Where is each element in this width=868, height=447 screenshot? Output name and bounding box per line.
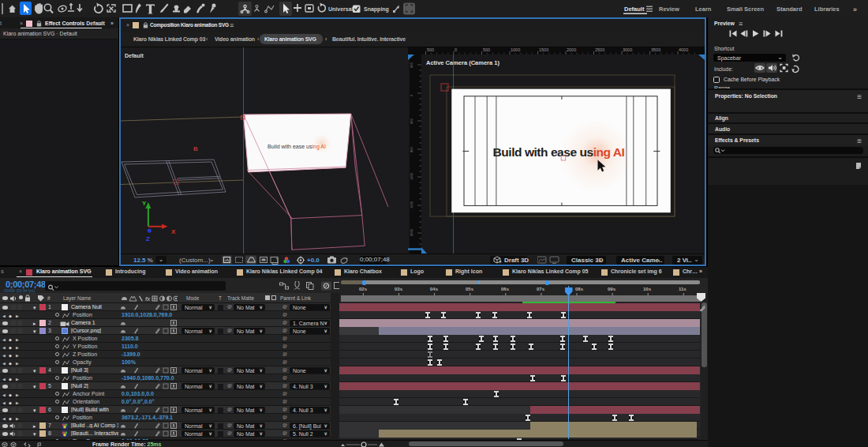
svg-text:Snapping: Snapping [364,6,389,13]
svg-text:fx: fx [145,296,151,302]
svg-text:1000: 1000 [511,47,520,52]
svg-text:Standard: Standard [776,6,803,13]
svg-text:X: X [171,228,176,235]
svg-text:0: 0 [455,47,457,52]
svg-text:4000: 4000 [679,47,688,52]
svg-text:2000: 2000 [410,228,413,236]
svg-text:B: B [193,145,198,152]
svg-text:Build with ease using AI: Build with ease using AI [268,144,326,150]
svg-text:500: 500 [427,47,434,52]
svg-text:3000: 3000 [623,47,632,52]
svg-text:500: 500 [483,47,490,52]
svg-text:Learn: Learn [695,6,712,13]
svg-text:1200: 1200 [410,172,413,180]
svg-text:»: » [853,6,857,13]
svg-text:1600: 1600 [410,201,413,208]
svg-text:1500: 1500 [539,47,548,52]
svg-text:Review: Review [659,6,679,13]
svg-text:Active Camera (Camera 1): Active Camera (Camera 1) [426,59,499,66]
svg-text:Universal: Universal [328,6,354,12]
svg-text:Build with ease using AI: Build with ease using AI [493,145,625,159]
svg-text:Small Screen: Small Screen [727,6,765,13]
svg-text:800: 800 [410,147,413,152]
svg-text:Libraries: Libraries [814,6,840,13]
svg-text:Y: Y [142,200,147,207]
svg-text:Default: Default [125,53,144,58]
svg-text:Default: Default [624,6,645,13]
svg-text:2000: 2000 [567,47,576,52]
svg-text:400: 400 [410,118,413,124]
svg-text:400: 400 [410,62,413,68]
svg-text:3500: 3500 [651,47,660,52]
svg-text:Z: Z [146,235,150,242]
svg-text:2500: 2500 [595,47,604,52]
